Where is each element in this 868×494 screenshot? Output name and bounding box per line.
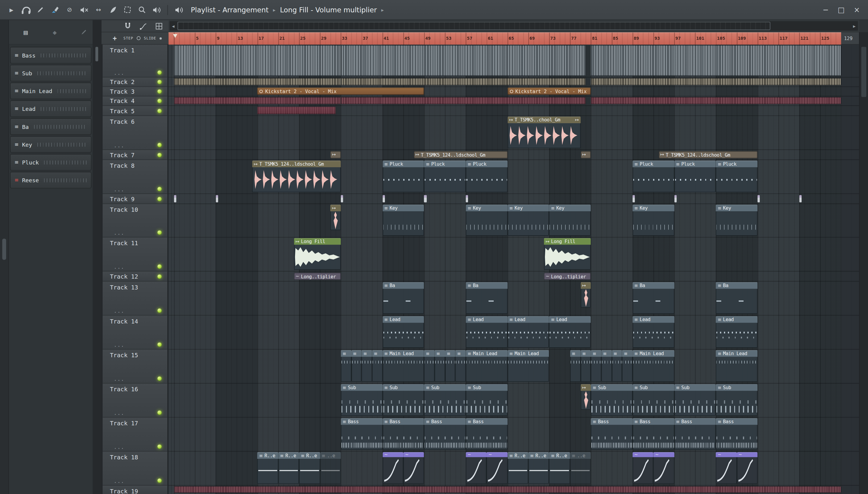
clip-audio[interactable]: ↦ xyxy=(580,282,591,308)
clip-densewave[interactable] xyxy=(341,45,586,76)
clip-pattern[interactable]: ≡ xyxy=(445,350,456,382)
track-header-track-5[interactable]: Track 5 xyxy=(103,106,168,116)
track-lane-track-10[interactable]: ↦≡Key≡Key≡Key≡Key≡Key≡Key xyxy=(168,204,859,238)
stretch-tool-icon[interactable]: ↔ xyxy=(94,5,103,15)
clip-audio[interactable]: ↦ xyxy=(330,205,341,230)
clip-pattern[interactable]: ≡ xyxy=(351,350,362,382)
clip-densered[interactable] xyxy=(341,97,586,104)
scroll-right-button[interactable]: ▶ xyxy=(851,21,858,31)
track-lane-track-13[interactable]: ≡Ba≡Ba≡Ba≡Ba↦ xyxy=(168,282,859,316)
track-header-track-15[interactable]: Track 15... xyxy=(103,350,168,384)
track-lane-track-14[interactable]: ≡Lead≡Lead≡Lead≡Lead≡Lead≡Lead xyxy=(168,316,859,350)
clip-key[interactable]: ≡Key xyxy=(633,205,674,236)
clip-tick[interactable] xyxy=(799,195,802,203)
clip-e[interactable]: ≡..e xyxy=(320,452,341,484)
minimize-button[interactable]: − xyxy=(821,6,830,14)
clip-denseticks[interactable] xyxy=(341,78,586,85)
clip-pluck[interactable]: ≡Pluck xyxy=(424,160,466,192)
clip-audiohead[interactable]: ↦ xyxy=(330,151,341,158)
clip-pluck[interactable]: ≡Pluck xyxy=(716,160,757,192)
clip-lead[interactable]: ≡Lead xyxy=(466,316,507,348)
track-led[interactable] xyxy=(157,196,162,201)
clip-densered[interactable] xyxy=(174,486,841,493)
clip-tick[interactable] xyxy=(674,195,677,203)
clip-t-tsmk5-124-ldschool-gm[interactable]: ↦T_TSMK5_124..ldschool_Gm xyxy=(659,151,757,158)
clip-bass[interactable]: ≡Bass xyxy=(341,418,383,450)
picker-scrollbar-thumb[interactable] xyxy=(95,47,98,61)
clip-pluck[interactable]: ≡Pluck xyxy=(466,160,507,192)
clip-ba[interactable]: ≡Ba xyxy=(716,282,757,314)
clip-bass[interactable]: ≡Bass xyxy=(716,418,757,450)
picker-item-reese[interactable]: ≡Reese xyxy=(10,172,91,189)
track-led[interactable] xyxy=(157,89,162,94)
clip-pattern[interactable]: ≡ xyxy=(570,350,580,382)
clip-sub[interactable]: ≡Sub xyxy=(341,384,383,416)
track-led[interactable] xyxy=(157,99,162,103)
clip-tick[interactable] xyxy=(216,195,218,203)
clip-solidred[interactable] xyxy=(257,107,335,114)
track-options-dots[interactable]: ... xyxy=(114,410,125,416)
clip-tick[interactable] xyxy=(424,195,426,203)
close-button[interactable]: × xyxy=(852,6,861,14)
track-lane-track-12[interactable]: ~Long..tiplier~Long..tiplier xyxy=(168,271,859,281)
clip-long-fill[interactable]: ↦Long Fill xyxy=(544,238,591,270)
clip-densewave[interactable] xyxy=(174,45,340,76)
track-led[interactable] xyxy=(157,274,162,279)
grid-view-icon[interactable] xyxy=(154,21,164,31)
clip-autoclip[interactable]: ~ xyxy=(716,452,737,484)
clip-lead[interactable]: ≡Lead xyxy=(549,316,591,348)
select-tool-icon[interactable] xyxy=(123,5,132,15)
clip-key[interactable]: ≡Key xyxy=(549,205,591,236)
clip-denseticks[interactable] xyxy=(591,78,841,85)
track-header-track-11[interactable]: Track 11... xyxy=(103,238,168,271)
clip-lead[interactable]: ≡Lead xyxy=(716,316,757,348)
track-header-track-18[interactable]: Track 18... xyxy=(103,452,168,486)
clip-bass[interactable]: ≡Bass xyxy=(633,418,674,450)
draw-tool-icon[interactable] xyxy=(79,28,88,37)
track-led[interactable] xyxy=(157,444,162,449)
clip-lead[interactable]: ≡Lead xyxy=(633,316,674,348)
track-header-track-17[interactable]: Track 17... xyxy=(103,417,168,452)
slice-tool-icon[interactable] xyxy=(108,5,117,15)
clip-pattern[interactable]: ≡ xyxy=(341,350,351,382)
slide-tool-icon[interactable] xyxy=(139,21,148,31)
clip-sub[interactable]: ≡Sub xyxy=(591,384,632,416)
track-header-track-9[interactable]: Track 9 xyxy=(103,194,168,204)
track-led[interactable] xyxy=(157,152,162,157)
track-led[interactable] xyxy=(157,264,162,269)
track-header-track-14[interactable]: Track 14... xyxy=(103,316,168,350)
track-lane-track-7[interactable]: ↦↦↦T_TSMK5_124..ldschool_Gm↦T_TSMK5_124.… xyxy=(168,150,859,160)
track-options-dots[interactable]: ... xyxy=(114,376,125,382)
picker-item-pluck[interactable]: ≡Pluck xyxy=(10,154,91,171)
clip-main-lead[interactable]: ≡Main Lead xyxy=(507,350,549,382)
clip-lead[interactable]: ≡Lead xyxy=(383,316,424,348)
track-options-dots[interactable]: ... xyxy=(114,230,125,236)
mute-tool-icon[interactable] xyxy=(79,5,89,15)
clip-autoclip[interactable]: ~ xyxy=(403,452,424,484)
clip-pattern[interactable]: ≡ xyxy=(362,350,372,382)
picker-item-main-lead[interactable]: ≡Main Lead xyxy=(10,82,91,99)
track-header-track-3[interactable]: Track 3 xyxy=(103,87,168,96)
clip-tick[interactable] xyxy=(466,195,468,203)
track-led[interactable] xyxy=(157,478,162,483)
track-led[interactable] xyxy=(157,376,162,381)
track-header-track-16[interactable]: Track 16... xyxy=(103,383,168,417)
clip-sub[interactable]: ≡Sub xyxy=(424,384,466,416)
add-track-button[interactable]: + xyxy=(113,34,117,42)
clip-r-e[interactable]: ≡R..e xyxy=(549,452,570,484)
clip-bass[interactable]: ≡Bass xyxy=(674,418,716,450)
clip-t-tsmk5-124-ldschool-gm[interactable]: ↦T_TSMK5_124..ldschool_Gm xyxy=(252,160,341,192)
clip-autoclip[interactable]: ~ xyxy=(466,452,487,484)
track-lane-track-19[interactable] xyxy=(168,486,859,494)
track-header-track-1[interactable]: Track 1... xyxy=(103,44,168,77)
clip-sub[interactable]: ≡Sub xyxy=(466,384,507,416)
slip-tool-icon[interactable]: ⊘ xyxy=(65,5,74,15)
clip-main-lead[interactable]: ≡Main Lead xyxy=(716,350,757,382)
track-options-dots[interactable]: ... xyxy=(114,70,125,76)
clip-tick[interactable] xyxy=(341,195,343,203)
track-led[interactable] xyxy=(157,109,162,113)
clip-ba[interactable]: ≡Ba xyxy=(466,282,507,314)
clip-sub[interactable]: ≡Sub xyxy=(716,384,757,416)
clip-key[interactable]: ≡Key xyxy=(383,205,424,236)
picker-item-key[interactable]: ≡Key xyxy=(10,136,91,153)
